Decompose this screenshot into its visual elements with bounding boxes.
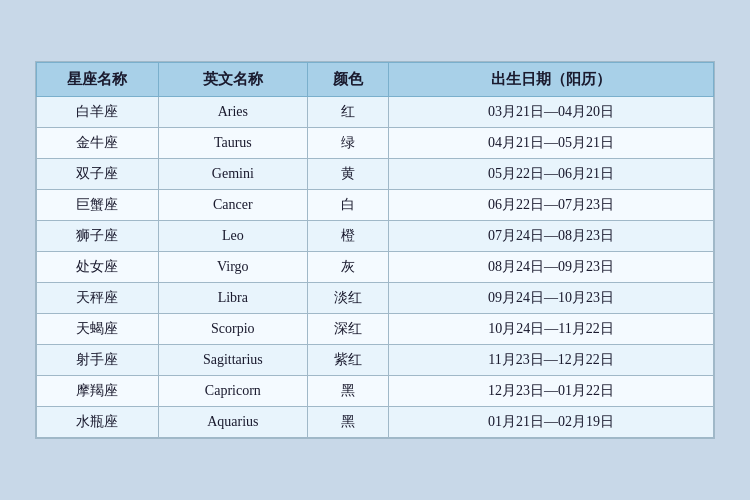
cell-english: Virgo bbox=[158, 252, 307, 283]
zodiac-table-container: 星座名称 英文名称 颜色 出生日期（阳历） 白羊座Aries红03月21日—04… bbox=[35, 61, 715, 439]
cell-date: 08月24日—09月23日 bbox=[389, 252, 714, 283]
table-body: 白羊座Aries红03月21日—04月20日金牛座Taurus绿04月21日—0… bbox=[37, 97, 714, 438]
header-english: 英文名称 bbox=[158, 63, 307, 97]
cell-date: 06月22日—07月23日 bbox=[389, 190, 714, 221]
cell-color: 灰 bbox=[307, 252, 388, 283]
cell-chinese: 天蝎座 bbox=[37, 314, 159, 345]
cell-date: 04月21日—05月21日 bbox=[389, 128, 714, 159]
table-row: 摩羯座Capricorn黑12月23日—01月22日 bbox=[37, 376, 714, 407]
table-row: 白羊座Aries红03月21日—04月20日 bbox=[37, 97, 714, 128]
cell-chinese: 双子座 bbox=[37, 159, 159, 190]
table-row: 天秤座Libra淡红09月24日—10月23日 bbox=[37, 283, 714, 314]
cell-english: Aquarius bbox=[158, 407, 307, 438]
cell-chinese: 天秤座 bbox=[37, 283, 159, 314]
cell-english: Gemini bbox=[158, 159, 307, 190]
cell-color: 黑 bbox=[307, 407, 388, 438]
table-header-row: 星座名称 英文名称 颜色 出生日期（阳历） bbox=[37, 63, 714, 97]
cell-color: 红 bbox=[307, 97, 388, 128]
cell-date: 03月21日—04月20日 bbox=[389, 97, 714, 128]
table-row: 金牛座Taurus绿04月21日—05月21日 bbox=[37, 128, 714, 159]
header-chinese: 星座名称 bbox=[37, 63, 159, 97]
cell-color: 黄 bbox=[307, 159, 388, 190]
table-row: 天蝎座Scorpio深红10月24日—11月22日 bbox=[37, 314, 714, 345]
cell-chinese: 金牛座 bbox=[37, 128, 159, 159]
cell-date: 10月24日—11月22日 bbox=[389, 314, 714, 345]
cell-english: Leo bbox=[158, 221, 307, 252]
cell-color: 白 bbox=[307, 190, 388, 221]
cell-chinese: 摩羯座 bbox=[37, 376, 159, 407]
cell-date: 12月23日—01月22日 bbox=[389, 376, 714, 407]
cell-chinese: 射手座 bbox=[37, 345, 159, 376]
cell-chinese: 白羊座 bbox=[37, 97, 159, 128]
table-row: 处女座Virgo灰08月24日—09月23日 bbox=[37, 252, 714, 283]
cell-chinese: 狮子座 bbox=[37, 221, 159, 252]
cell-color: 黑 bbox=[307, 376, 388, 407]
cell-english: Libra bbox=[158, 283, 307, 314]
cell-color: 淡红 bbox=[307, 283, 388, 314]
table-row: 双子座Gemini黄05月22日—06月21日 bbox=[37, 159, 714, 190]
cell-chinese: 处女座 bbox=[37, 252, 159, 283]
cell-color: 橙 bbox=[307, 221, 388, 252]
cell-color: 深红 bbox=[307, 314, 388, 345]
cell-date: 07月24日—08月23日 bbox=[389, 221, 714, 252]
cell-english: Sagittarius bbox=[158, 345, 307, 376]
cell-date: 01月21日—02月19日 bbox=[389, 407, 714, 438]
cell-english: Aries bbox=[158, 97, 307, 128]
cell-color: 绿 bbox=[307, 128, 388, 159]
cell-chinese: 水瓶座 bbox=[37, 407, 159, 438]
cell-date: 11月23日—12月22日 bbox=[389, 345, 714, 376]
cell-date: 05月22日—06月21日 bbox=[389, 159, 714, 190]
header-date: 出生日期（阳历） bbox=[389, 63, 714, 97]
table-row: 射手座Sagittarius紫红11月23日—12月22日 bbox=[37, 345, 714, 376]
cell-english: Capricorn bbox=[158, 376, 307, 407]
header-color: 颜色 bbox=[307, 63, 388, 97]
table-row: 狮子座Leo橙07月24日—08月23日 bbox=[37, 221, 714, 252]
table-row: 水瓶座Aquarius黑01月21日—02月19日 bbox=[37, 407, 714, 438]
cell-english: Taurus bbox=[158, 128, 307, 159]
cell-date: 09月24日—10月23日 bbox=[389, 283, 714, 314]
cell-color: 紫红 bbox=[307, 345, 388, 376]
table-row: 巨蟹座Cancer白06月22日—07月23日 bbox=[37, 190, 714, 221]
cell-chinese: 巨蟹座 bbox=[37, 190, 159, 221]
cell-english: Scorpio bbox=[158, 314, 307, 345]
cell-english: Cancer bbox=[158, 190, 307, 221]
zodiac-table: 星座名称 英文名称 颜色 出生日期（阳历） 白羊座Aries红03月21日—04… bbox=[36, 62, 714, 438]
